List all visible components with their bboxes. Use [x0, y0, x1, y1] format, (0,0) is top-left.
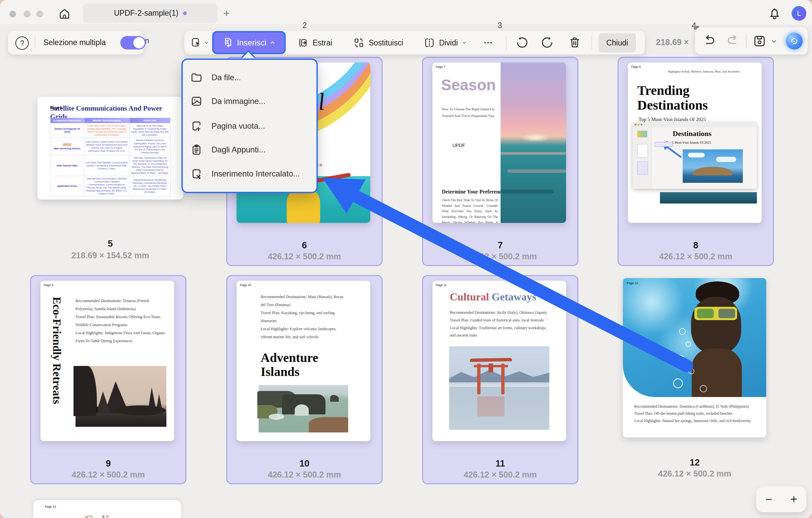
select-tool-button[interactable] — [188, 35, 212, 51]
page-card-10[interactable]: Page 10 Recommended Destinations: Maui (… — [226, 275, 383, 484]
page5-number: 5 — [37, 239, 183, 249]
zoom-window-button[interactable] — [36, 11, 43, 18]
page7-brand: UPDF — [453, 143, 465, 148]
table-header: Comparison Dimensions — [51, 118, 84, 123]
close-window-button[interactable] — [9, 11, 16, 18]
page-card-7[interactable]: Page 7 Season How To Choose The Right Is… — [422, 57, 578, 266]
page10-photo — [259, 385, 348, 432]
page-card-11[interactable]: Page 11 Cultural Getaways Recommended De… — [422, 275, 578, 484]
page8-title: Trending Destinations — [637, 83, 737, 113]
page-thumbnail-12[interactable]: Page 12 Recommended Destinations: Domini… — [623, 278, 766, 437]
undo-button[interactable] — [515, 36, 529, 50]
image-icon — [190, 95, 203, 108]
menu-item-inserimento-intercalato[interactable]: Inserimento Intercalato... — [190, 164, 308, 183]
divider — [591, 36, 592, 50]
new-tab-button[interactable]: + — [223, 7, 230, 19]
page5-table: Comparison Dimensions Satellite Communic… — [50, 118, 170, 197]
home-icon[interactable] — [58, 7, 71, 20]
replace-button[interactable]: Sostituisci — [345, 35, 412, 51]
clipped-size-label: 218.69 × — [656, 37, 689, 47]
quick-actions-toolbar — [695, 27, 808, 55]
page-thumbnail-13-partial[interactable]: Page 13 Culi — [33, 500, 181, 518]
updf-logo: UPDF — [52, 143, 83, 147]
menu-item-da-file[interactable]: Da file... — [190, 68, 308, 87]
table-row: UPDFMain Interfering Factors Solar Storm… — [51, 138, 170, 155]
extract-label: Estrai — [313, 38, 332, 48]
page-thumbnail-10: Page 10 Recommended Destinations: Maui (… — [237, 281, 370, 441]
replace-icon — [353, 37, 365, 49]
toggle-knob — [133, 37, 145, 49]
redo-icon-disabled[interactable] — [726, 34, 740, 48]
clipped-page-number: 2 — [302, 21, 307, 30]
page-thumbnail-9: Page 9 Eco-Friendly Retreats Recommended… — [40, 281, 174, 441]
minimize-window-button[interactable] — [24, 11, 30, 18]
clipped-page-number: 3 — [498, 21, 502, 30]
unsaved-dot — [183, 11, 187, 15]
extract-icon — [297, 37, 309, 49]
page11-photo — [449, 346, 549, 430]
more-options-button[interactable]: ••• — [478, 37, 498, 48]
page9-tag: Page 9 — [44, 283, 54, 287]
page-toolbar: Inserisci Estrai Sostituisci Dividi ••• — [184, 31, 645, 55]
page-thumbnail-5[interactable]: Satellite Communications And Power Grids… — [37, 97, 183, 200]
divide-label: Dividi — [439, 38, 458, 48]
save-icon[interactable] — [753, 34, 766, 48]
divider — [35, 37, 35, 49]
page11-size: 426.12 × 500.2 mm — [423, 470, 577, 480]
page8-tag: Page 8 — [631, 65, 641, 68]
menu-item-da-immagine[interactable]: Da immagine... — [190, 92, 308, 111]
blank-page-icon — [190, 120, 203, 132]
multi-select-toggle[interactable] — [120, 36, 146, 50]
page-thumbnail-8: Page 8 Highlights On Bali, Maldives, San… — [628, 62, 761, 223]
page8-island-photo — [683, 149, 743, 183]
page10-tag: Page 10 — [240, 283, 251, 287]
page12-details: Recommended Destinations: Dominica (Cari… — [634, 403, 757, 425]
insert-dropdown-menu: Da file... Da immagine... Pagina vuota..… — [181, 58, 318, 193]
page13-partial-title: Culi — [84, 512, 109, 518]
cursor-select-icon — [191, 37, 202, 49]
help-icon[interactable]: ? — [16, 36, 29, 50]
chevron-down-icon[interactable] — [771, 38, 777, 45]
menu-item-dagli-appunti[interactable]: Dagli Appunti... — [190, 140, 308, 160]
account-avatar[interactable]: L — [792, 6, 806, 21]
page12-number: 12 — [617, 458, 772, 468]
close-organize-button[interactable]: Chiudi — [599, 33, 636, 53]
page8-kicker: Highlights On Bali, Maldives, Santorini,… — [668, 70, 758, 73]
folder-icon — [190, 71, 203, 84]
zoom-in-button[interactable]: + — [790, 492, 797, 506]
insert-page-icon — [222, 37, 234, 49]
redo-button[interactable] — [541, 36, 555, 50]
page11-title: Cultural Getaways — [450, 291, 536, 303]
notifications-bell-icon[interactable] — [767, 6, 782, 21]
page10-number: 10 — [227, 459, 382, 469]
avatar-initial: L — [797, 9, 801, 18]
document-tab-title: UPDF-2-sample(1) — [114, 9, 178, 18]
document-tab[interactable]: UPDF-2-sample(1) — [83, 3, 218, 23]
ai-assistant-icon[interactable] — [786, 33, 803, 50]
page8-embedded-screenshot: Destinations Top 5 Must-Visit Islands Of… — [633, 122, 757, 189]
page8-subtitle: Top 5 Must-Visit Islands Of 2025 — [639, 117, 706, 122]
page7-photo — [500, 62, 566, 223]
chevron-down-icon — [204, 40, 209, 46]
table-row: Data Transfer Rate Low Earth Orbit Satel… — [51, 155, 170, 176]
extract-button[interactable]: Estrai — [290, 35, 340, 51]
page12-size: 426.12 × 500.2 mm — [617, 469, 772, 479]
page-card-8[interactable]: Page 8 Highlights On Bali, Maldives, San… — [617, 57, 774, 266]
undo-icon[interactable] — [702, 34, 717, 48]
menu-item-pagina-vuota[interactable]: Pagina vuota... — [190, 116, 308, 136]
page10-title: Adventure Islands — [261, 351, 348, 379]
table-header: Power Grid — [129, 118, 170, 123]
zoom-out-button[interactable]: − — [765, 492, 772, 506]
table-row: Application Areas International Communic… — [51, 176, 170, 197]
insert-label: Inserisci — [237, 38, 266, 48]
divide-button[interactable]: Dividi — [420, 35, 470, 51]
replace-label: Sostituisci — [369, 38, 403, 48]
chevron-up-icon — [270, 40, 276, 46]
delete-page-icon[interactable] — [568, 36, 581, 49]
page12-photo — [623, 278, 766, 397]
table-row: Global Coverage(As Of 2024) Cover More T… — [51, 123, 170, 138]
page6-number: 6 — [227, 240, 382, 251]
page6-size: 426.12 × 500.2 mm — [227, 252, 382, 261]
page-card-9[interactable]: Page 9 Eco-Friendly Retreats Recommended… — [30, 275, 186, 484]
page9-photo — [76, 366, 166, 427]
